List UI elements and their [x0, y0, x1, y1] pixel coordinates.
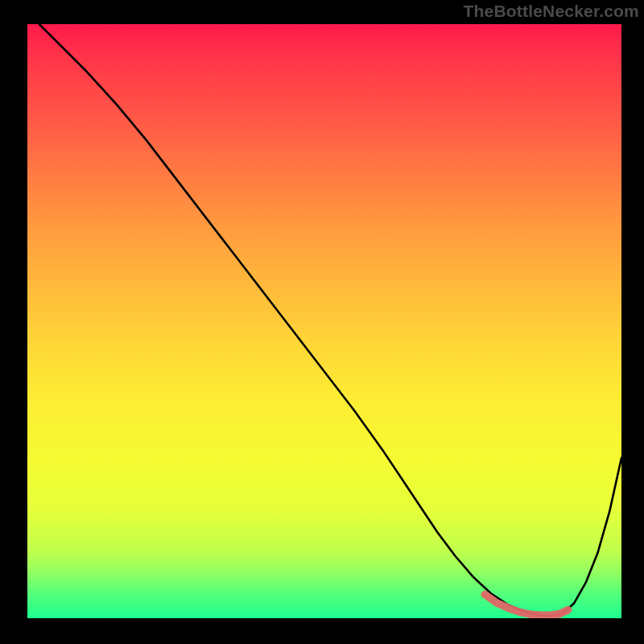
watermark-text: TheBottleNecker.com	[463, 2, 639, 21]
chart-svg	[27, 24, 621, 618]
chart-stage: TheBottleNecker.com	[0, 0, 644, 644]
bottleneck-curve	[39, 24, 621, 616]
